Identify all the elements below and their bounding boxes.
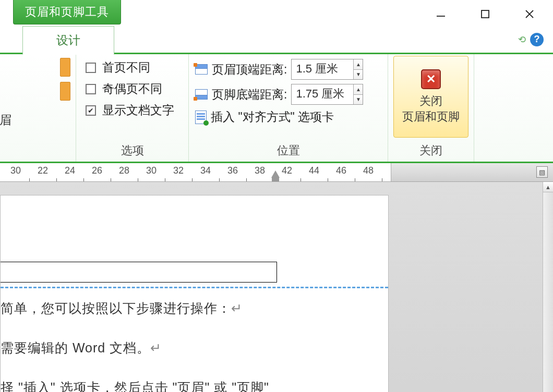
close-label-line1: 关闭: [419, 94, 442, 107]
tab-design[interactable]: 设计: [22, 26, 114, 55]
checkbox-show-document-text[interactable]: 显示文档文字: [86, 102, 174, 118]
header-boundary-line: [1, 287, 388, 288]
minimize-button[interactable]: [433, 6, 449, 22]
ribbon: 到前一条页眉 . 首页不同 奇偶页不同 显示文档文字 选项: [0, 54, 553, 163]
close-label-line2: 页眉和页脚: [402, 110, 460, 123]
body-line-1: 简单，您可以按照以下步骤进行操作：↵: [1, 300, 243, 317]
help-icon[interactable]: ?: [530, 33, 544, 46]
ruler-number: 30: [10, 165, 21, 176]
insert-alignment-tab-button[interactable]: 插入 "对齐方式" 选项卡: [195, 109, 363, 125]
spin-down-button[interactable]: ▼: [354, 94, 363, 105]
checkbox-label: 奇偶页不同: [102, 81, 162, 97]
footer-distance-label: 页脚底端距离:: [212, 87, 287, 103]
body-line-3: 择 "插入" 选项卡，然后点击 "页眉" 或 "页脚": [1, 379, 269, 392]
contextual-tab-title: 页眉和页脚工具: [13, 0, 121, 24]
scroll-up-button[interactable]: ▲: [543, 182, 553, 192]
ribbon-spacer: .: [474, 54, 553, 162]
footer-distance-input[interactable]: 1.75 厘米 ▲ ▼: [291, 84, 363, 105]
checkbox-icon: [86, 84, 96, 94]
svg-rect-1: [482, 10, 489, 18]
group-label-position: 位置: [189, 141, 388, 162]
ruler-number: 34: [200, 165, 211, 176]
maximize-button[interactable]: [477, 6, 493, 22]
paragraph-mark-icon: ↵: [150, 340, 162, 355]
insert-alignment-tab-label: 插入 "对齐方式" 选项卡: [211, 109, 334, 125]
checkbox-odd-even-different[interactable]: 奇偶页不同: [86, 81, 174, 97]
sync-icon[interactable]: ⟲: [518, 34, 526, 45]
ruler-panel-toggle[interactable]: ▧: [536, 166, 548, 178]
spin-value: 1.75 厘米: [292, 84, 353, 104]
insert-tab-icon: [195, 111, 207, 124]
close-header-footer-button[interactable]: ✕ 关闭 页眉和页脚: [393, 56, 468, 138]
header-distance-label: 页眉顶端距离:: [212, 62, 287, 78]
checkbox-label: 首页不同: [102, 59, 150, 76]
window-controls: [433, 0, 553, 26]
document-viewport: 简单，您可以按照以下步骤进行操作：↵ 需要编辑的 Word 文档。↵ 择 "插入…: [0, 182, 553, 392]
vertical-scrollbar[interactable]: ▲: [543, 182, 553, 392]
spin-up-button[interactable]: ▲: [354, 84, 363, 94]
group-label-close: 关闭: [388, 141, 474, 162]
first-line-indent-marker[interactable]: [271, 170, 280, 178]
ribbon-tabstrip: 设计 ⟲ ?: [0, 26, 553, 54]
group-navigation: 到前一条页眉 .: [0, 54, 76, 162]
footer-distance-icon: [195, 89, 208, 100]
checkbox-label: 显示文档文字: [102, 102, 174, 118]
ruler-number: 28: [119, 165, 129, 176]
group-options: 首页不同 奇偶页不同 显示文档文字 选项: [76, 54, 189, 162]
close-window-button[interactable]: [522, 6, 537, 22]
ruler-number: 30: [146, 165, 157, 176]
document-page[interactable]: 简单，您可以按照以下步骤进行操作：↵ 需要编辑的 Word 文档。↵ 择 "插入…: [0, 195, 389, 392]
header-distance-input[interactable]: 1.5 厘米 ▲ ▼: [291, 59, 363, 80]
checkbox-icon: [86, 105, 96, 116]
ruler-number: 46: [336, 165, 346, 176]
header-edit-area[interactable]: [1, 262, 277, 283]
ruler-number: 26: [92, 165, 102, 176]
paragraph-mark-icon: ↵: [231, 301, 243, 315]
horizontal-ruler[interactable]: 3022242628303234363842444648 ▧: [0, 163, 553, 182]
group-close: ✕ 关闭 页眉和页脚 关闭: [388, 54, 474, 162]
link-previous-icon[interactable]: [60, 58, 70, 77]
checkbox-icon: [86, 63, 96, 73]
ruler-number: 32: [173, 165, 184, 176]
ruler-number: 42: [282, 165, 292, 176]
tabstrip-extras: ⟲ ?: [518, 26, 553, 53]
ruler-number: 22: [38, 165, 48, 176]
spin-down-button[interactable]: ▼: [354, 69, 363, 80]
ruler-number: 44: [309, 165, 319, 176]
goto-header-icon[interactable]: [60, 82, 70, 101]
group-label-options: 选项: [76, 141, 188, 162]
ruler-number: 24: [65, 165, 75, 176]
spin-value: 1.5 厘米: [292, 59, 353, 79]
group-position: 页眉顶端距离: 1.5 厘米 ▲ ▼ 页脚底端距离: 1.75 厘米: [189, 54, 388, 162]
ruler-number: 38: [255, 165, 265, 176]
body-line-2: 需要编辑的 Word 文档。↵: [1, 339, 162, 357]
header-distance-icon: [195, 64, 208, 75]
ruler-number: 36: [227, 165, 238, 176]
close-icon: ✕: [421, 69, 441, 89]
checkbox-first-page-different[interactable]: 首页不同: [86, 59, 174, 76]
nav-previous-header-label[interactable]: 到前一条页眉: [0, 112, 11, 128]
title-bar: 页眉和页脚工具: [0, 0, 553, 26]
ruler-number: 48: [363, 165, 374, 176]
spin-up-button[interactable]: ▲: [354, 59, 363, 69]
